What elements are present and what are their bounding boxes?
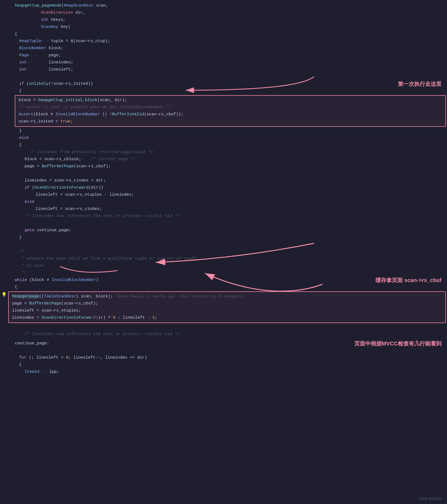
line-else-close: }: [0, 234, 447, 241]
code-text: }: [14, 234, 447, 241]
line-blank3: [0, 220, 447, 227]
line-open-brace2: {: [0, 87, 447, 95]
annotation-cache-page: 缓存拿页面 scan->rs_cbuf: [375, 277, 442, 284]
code-text: [14, 170, 447, 177]
hline6: page = BufferGetPage(scan→rs_cbuf);: [11, 300, 443, 307]
line-heaptuple: HeapTuple→ → tuple = &(scan→rs_ctup);: [0, 38, 447, 45]
line-for-open: {: [0, 361, 447, 368]
hline3: Assert(block ≠ InvalidBlockNumber || !Bu…: [17, 111, 443, 118]
line-cm-lineindex2: /* lineindex now references the next or …: [0, 331, 447, 338]
code-text: }: [14, 127, 447, 134]
code-text: else: [14, 198, 447, 206]
line-blank1: [0, 73, 447, 80]
code-text: [14, 73, 447, 80]
code-text: linesleft = scan→rs_cindex;: [14, 206, 447, 213]
line-else2: else: [0, 198, 447, 206]
line-itemid: ItemId→ → lpp;: [0, 368, 447, 376]
code-text: Page→ → page;: [14, 52, 447, 59]
hline7: linesleft = scan→rs_ntuples;: [11, 307, 443, 314]
code-text: [14, 324, 447, 331]
line-int-linesleft: int→ → linesleft;: [0, 66, 447, 73]
line-block-assign: block = scan→rs_cblock;→ /* current page…: [0, 156, 447, 163]
line-blank2: [0, 170, 447, 177]
code-text: */: [14, 269, 447, 277]
hline5: heapgetpage((TableScanDesc) scan, block)…: [11, 293, 443, 300]
code-text: {: [14, 284, 447, 291]
hline1: block = heapgettup_initial_block(scan, d…: [17, 97, 443, 104]
code-text: linesleft = scan→rs_ntuples;: [11, 307, 443, 314]
continue-page-container: continue_page: 页面中根据MVCC检查有几行能看到: [0, 340, 447, 347]
code-text: goto continue_page;: [14, 227, 447, 234]
code-text: {: [14, 31, 447, 38]
annotation-mvcc: 页面中根据MVCC检查有几行能看到: [354, 340, 442, 347]
code-text: else: [14, 134, 447, 142]
line-page: Page→ → page;: [0, 52, 447, 59]
code-line-func-header: heapgettup_pagemode(HeapScanDesc scan,: [0, 2, 447, 9]
code-text: /* continue from previously returned pag…: [14, 149, 447, 156]
code-text: /*: [14, 248, 447, 255]
code-text: ScanDirection dir,: [14, 9, 447, 16]
highlight-box-1: block = heapgettup_initial_block(scan, d…: [15, 95, 446, 127]
line-param3: int nkeys,: [0, 16, 447, 24]
code-text: ItemId→ → lpp;: [14, 368, 447, 376]
line-else: else: [0, 134, 447, 142]
line-page-assign: page = BufferGetPage(scan→rs_cbuf);: [0, 163, 447, 170]
line-linesleft-assign1: linesleft = scan→rs_ntuples - lineindex;: [0, 191, 447, 198]
hline4: scan→rs_inited = true;: [17, 118, 443, 125]
line-continue-page: continue_page: 页面中根据MVCC检查有几行能看到: [0, 340, 447, 347]
code-text: {: [14, 87, 447, 95]
code-text: lineindex = ScanDirectionIsForward(ir) ?…: [11, 314, 443, 321]
code-text: linesleft = scan→rs_ntuples - lineindex;: [14, 191, 447, 198]
code-text: lineindex = scan→rs_cindex + dir;: [14, 177, 447, 184]
bulb-icon: 💡: [1, 292, 7, 297]
code-text: {: [14, 361, 447, 368]
line-while: while (block ≠ InvalidBlockNumber) 缓存拿页面…: [0, 277, 447, 284]
hline8: lineindex = ScanDirectionIsForward(ir) ?…: [11, 314, 443, 321]
annotation-first-exec: 第一次执行走这里: [398, 80, 442, 88]
code-text: /* ensure rs_cbuf is invalid when we get…: [17, 104, 443, 111]
line-else-open: {: [0, 142, 447, 149]
line-lineindex-assign: lineindex = scan→rs_cindex + dir;: [0, 177, 447, 184]
code-text: * advance the scan until we find a quali…: [14, 255, 447, 262]
code-text: * to scan: [14, 262, 447, 269]
code-text: BlockNumber block;: [14, 45, 447, 52]
line-cm3: * to scan: [0, 262, 447, 269]
line-if-unlikely: if (unlikely(!scan→rs_inited)) 第一次执行走这里: [0, 80, 447, 87]
code-text: scan→rs_inited = true;: [17, 118, 443, 125]
code-text: block = scan→rs_cblock;→ /* current page…: [14, 156, 447, 163]
code-text: /* lineindex now references the next or …: [14, 213, 447, 220]
line-blank6: [0, 347, 447, 354]
line-blank5: [0, 324, 447, 331]
line-linesleft-assign2: linesleft = scan→rs_cindex;: [0, 206, 447, 213]
line-if-forward: if (ScanDirectionIsForward(dir)): [0, 184, 447, 191]
code-text: ScanKey key): [14, 24, 447, 31]
code-text: if (unlikely(!scan→rs_inited)): [14, 80, 447, 87]
highlight-box-2: heapgetpage((TableScanDesc) scan, block)…: [8, 291, 446, 323]
code-text: for (; linesleft > 0; linesleft--, linei…: [14, 354, 447, 361]
bulb-line-container: 💡 heapgetpage((TableScanDesc) scan, bloc…: [0, 291, 447, 324]
line-open-brace: {: [0, 31, 447, 38]
code-text: if (ScanDirectionIsForward(dir)): [14, 184, 447, 191]
code-text: [14, 347, 447, 354]
line-cm-continue: /* continue from previously returned pag…: [0, 149, 447, 156]
code-text: [14, 241, 447, 248]
code-text: int nkeys,: [14, 16, 447, 24]
line-blank4: [0, 241, 447, 248]
code-text: int→ → linesleft;: [14, 66, 447, 73]
line-cm2: * advance the scan until we find a quali…: [0, 255, 447, 262]
line-cm-lineindex: /* lineindex now references the next or …: [0, 213, 447, 220]
code-text: /* lineindex now references the next or …: [14, 331, 447, 338]
code-text: [14, 220, 447, 227]
code-text: page = BufferGetPage(scan→rs_cbuf);: [11, 300, 443, 307]
line-while-open: {: [0, 284, 447, 291]
watermark: CSDN @高佳杰: [418, 497, 442, 501]
hline2: /* ensure rs_cbuf is invalid when we get…: [17, 104, 443, 111]
while-block-container: while (block ≠ InvalidBlockNumber) 缓存拿页面…: [0, 277, 447, 338]
code-text: HeapTuple→ → tuple = &(scan→rs_ctup);: [14, 38, 447, 45]
code-container: heapgettup_pagemode(HeapScanDesc scan, S…: [0, 0, 447, 378]
code-text: heapgetpage((TableScanDesc) scan, block)…: [11, 293, 443, 300]
code-text: int→ → lineindex;: [14, 59, 447, 66]
line-close-brace2: }: [0, 127, 447, 134]
line-cm4: */: [0, 269, 447, 277]
code-text: block = heapgettup_initial_block(scan, d…: [17, 97, 443, 104]
